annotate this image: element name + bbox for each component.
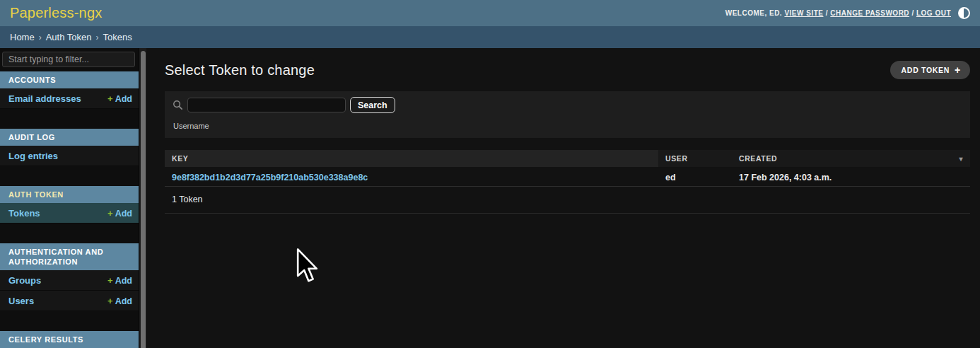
sidebar-section-celery-results: CELERY RESULTS: [0, 331, 139, 348]
sidebar-section-audit-log: AUDIT LOG Log entries: [0, 129, 139, 166]
token-key-cell: 9e8f382bd1b2d3d77a25b9f210ab530e338a9e8c: [165, 173, 658, 182]
add-group-link[interactable]: +Add: [107, 275, 132, 286]
plus-icon: +: [107, 296, 113, 306]
add-label: Add: [115, 296, 132, 306]
token-key-link[interactable]: 9e8f382bd1b2d3d77a25b9f210ab530e338a9e8c: [172, 173, 368, 182]
sidebar-section-accounts: ACCOUNTS Email addresses +Add: [0, 71, 139, 109]
separator: /: [911, 9, 914, 17]
sidebar: ACCOUNTS Email addresses +Add AUDIT LOG …: [0, 48, 139, 348]
search-icon: [173, 100, 183, 110]
page-title: Select Token to change: [165, 62, 315, 79]
sidebar-section-title[interactable]: AUTH TOKEN: [0, 186, 139, 203]
top-header-bar: Paperless-ngx WELCOME, ED. VIEW SITE / C…: [0, 0, 980, 26]
search-toolbar: Search Username: [165, 91, 970, 138]
add-user-link[interactable]: +Add: [107, 296, 132, 306]
plus-icon: +: [107, 208, 113, 219]
sidebar-item-users[interactable]: Users +Add: [0, 291, 139, 311]
table-header-row: KEY USER CREATED ▾: [165, 150, 970, 167]
sidebar-item-label[interactable]: Tokens: [8, 208, 40, 219]
sidebar-item-log-entries[interactable]: Log entries: [0, 146, 139, 166]
view-site-link[interactable]: VIEW SITE: [784, 9, 823, 17]
result-count: 1 Token: [165, 187, 970, 214]
sidebar-section-title[interactable]: AUTHENTICATION AND AUTHORIZATION: [0, 243, 139, 270]
sidebar-filter-input[interactable]: [2, 52, 135, 67]
search-input[interactable]: [187, 98, 346, 112]
sidebar-item-tokens[interactable]: Tokens +Add: [0, 203, 139, 224]
sidebar-item-label[interactable]: Groups: [8, 275, 41, 286]
sidebar-item-email-addresses[interactable]: Email addresses +Add: [0, 88, 139, 109]
theme-toggle-icon[interactable]: [958, 7, 970, 19]
app-title[interactable]: Paperless-ngx: [10, 5, 102, 21]
add-token-button-label: ADD TOKEN: [902, 66, 950, 74]
sidebar-section-title[interactable]: CELERY RESULTS: [0, 331, 139, 348]
add-token-link[interactable]: +Add: [107, 208, 132, 219]
sidebar-section-auth-token: AUTH TOKEN Tokens +Add: [0, 186, 139, 224]
separator: /: [826, 9, 828, 17]
breadcrumb-separator: ›: [96, 33, 99, 42]
search-field-hint: Username: [173, 122, 963, 130]
sidebar-item-label[interactable]: Email addresses: [8, 93, 81, 104]
add-email-address-link[interactable]: +Add: [107, 93, 132, 104]
sidebar-section-auth-and-authorization: AUTHENTICATION AND AUTHORIZATION Groups …: [0, 243, 139, 311]
breadcrumb-app[interactable]: Auth Token: [46, 32, 92, 42]
add-label: Add: [115, 276, 132, 286]
plus-icon: +: [955, 66, 961, 74]
breadcrumb: Home › Auth Token › Tokens: [0, 26, 980, 48]
welcome-text: WELCOME, ED. VIEW SITE / CHANGE PASSWORD…: [725, 9, 951, 17]
column-header-created-label: CREATED: [739, 154, 777, 163]
column-header-key[interactable]: KEY: [165, 150, 658, 167]
column-header-created[interactable]: CREATED ▾: [732, 150, 970, 167]
sort-options-caret-icon[interactable]: ▾: [959, 155, 963, 163]
breadcrumb-model: Tokens: [103, 32, 132, 42]
sidebar-section-title[interactable]: AUDIT LOG: [0, 129, 139, 146]
main-content: Select Token to change ADD TOKEN + Searc…: [146, 48, 980, 348]
sidebar-item-label[interactable]: Log entries: [8, 151, 58, 161]
token-user-cell: ed: [658, 173, 732, 182]
sidebar-item-groups[interactable]: Groups +Add: [0, 270, 139, 291]
log-out-link[interactable]: LOG OUT: [916, 9, 951, 17]
change-password-link[interactable]: CHANGE PASSWORD: [830, 9, 909, 17]
sidebar-scrollbar-thumb[interactable]: [141, 51, 146, 348]
user-tools: WELCOME, ED. VIEW SITE / CHANGE PASSWORD…: [725, 7, 970, 19]
add-token-button[interactable]: ADD TOKEN +: [890, 61, 970, 79]
breadcrumb-home[interactable]: Home: [10, 32, 35, 42]
token-created-cell: 17 Feb 2026, 4:03 a.m.: [732, 173, 970, 182]
sidebar-scrollbar[interactable]: [139, 48, 146, 348]
table-row: 9e8f382bd1b2d3d77a25b9f210ab530e338a9e8c…: [165, 168, 970, 187]
sidebar-item-label[interactable]: Users: [8, 296, 34, 306]
breadcrumb-separator: ›: [39, 33, 42, 42]
sidebar-section-title[interactable]: ACCOUNTS: [0, 71, 139, 88]
search-button[interactable]: Search: [350, 97, 395, 113]
add-label: Add: [115, 209, 132, 219]
plus-icon: +: [107, 275, 113, 286]
welcome-label: WELCOME, ED.: [725, 9, 782, 17]
plus-icon: +: [107, 93, 113, 104]
tokens-table: KEY USER CREATED ▾ 9e8f382bd1b2d3d77a25b…: [165, 150, 970, 214]
column-header-user[interactable]: USER: [658, 150, 732, 167]
add-label: Add: [115, 94, 132, 104]
